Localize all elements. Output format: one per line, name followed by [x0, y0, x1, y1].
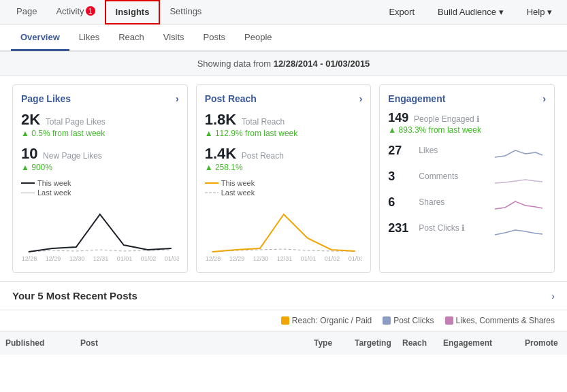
nav-insights[interactable]: Insights: [105, 0, 161, 24]
sub-nav: Overview Likes Reach Visits Posts People: [0, 24, 567, 52]
reach-swatch: [281, 316, 289, 325]
engagement-title: Engagement ›: [388, 93, 546, 104]
likes-comments-legend-item: Likes, Comments & Shares: [445, 316, 555, 325]
likes-comments-swatch: [445, 316, 453, 325]
date-bar: Showing data from 12/28/2014 - 01/03/201…: [0, 52, 567, 76]
page-likes-legend: This week Last week: [21, 179, 179, 197]
table-header: Published Post Type Targeting Reach Enga…: [0, 331, 567, 355]
new-page-likes-section: 10 New Page Likes ▲ 900%: [21, 145, 179, 172]
subnav-reach[interactable]: Reach: [109, 25, 154, 51]
new-likes-num: 10: [21, 145, 37, 162]
reach-legend-item: Reach: Organic / Paid: [281, 316, 372, 325]
post-reach-chart: 12/28 12/29 12/30 12/31 01/01 01/02 01/0…: [205, 201, 363, 264]
shares-eng-row: 6 Shares: [388, 192, 546, 212]
th-reach: Reach: [397, 336, 438, 350]
post-clicks-legend-item: Post Clicks: [383, 316, 434, 325]
svg-text:12/29: 12/29: [229, 255, 245, 262]
svg-text:12/31: 12/31: [277, 255, 293, 262]
post-clicks-eng-num: 231: [388, 221, 419, 235]
svg-text:12/30: 12/30: [253, 255, 269, 262]
post-reach-legend: This week Last week: [205, 179, 363, 197]
likes-spark: [491, 140, 546, 161]
recent-posts-bar: Your 5 Most Recent Posts ›: [0, 281, 567, 310]
nav-page[interactable]: Page: [7, 0, 46, 24]
date-range: 12/28/2014 - 01/03/2015: [274, 59, 370, 69]
svg-text:12/31: 12/31: [93, 255, 109, 262]
post-clicks-swatch: [383, 316, 391, 325]
page-likes-chart: 12/28 12/29 12/30 12/31 01/01 01/02 01/0…: [21, 201, 179, 264]
total-reach-label: Total Reach: [242, 117, 285, 127]
svg-text:01/03: 01/03: [165, 255, 179, 262]
activity-badge: 1: [86, 6, 95, 16]
shares-spark: [491, 192, 546, 212]
th-targeting: Targeting: [349, 336, 397, 350]
comments-eng-label: Comments: [419, 172, 491, 181]
new-likes-label: New Page Likes: [43, 151, 102, 161]
shares-eng-num: 6: [388, 195, 419, 210]
post-clicks-spark: [491, 218, 546, 238]
svg-text:01/02: 01/02: [141, 255, 157, 262]
people-engaged-num: 149: [388, 111, 408, 125]
total-page-likes-section: 2K Total Page Likes ▲ 0.5% from last wee…: [21, 111, 179, 138]
th-promote: Promote: [519, 336, 567, 350]
post-reach-label: Post Reach: [242, 151, 284, 161]
top-nav: Page Activity 1 Insights Settings Export…: [0, 0, 567, 24]
subnav-likes[interactable]: Likes: [69, 25, 109, 51]
nav-activity[interactable]: Activity 1: [46, 0, 104, 24]
total-likes-label: Total Page Likes: [46, 117, 106, 127]
comments-spark: [491, 166, 546, 186]
svg-text:01/01: 01/01: [117, 255, 133, 262]
people-engaged-row: 149 People Engaged ℹ ▲ 893.3% from last …: [388, 111, 546, 135]
new-likes-change: ▲ 900%: [21, 163, 179, 172]
likes-eng-row: 27 Likes: [388, 140, 546, 161]
svg-text:12/29: 12/29: [46, 255, 61, 262]
this-week-dash: [21, 182, 35, 184]
engagement-chevron[interactable]: ›: [542, 93, 546, 104]
legend-bar: Reach: Organic / Paid Post Clicks Likes,…: [0, 310, 567, 331]
total-likes-change: ▲ 0.5% from last week: [21, 129, 179, 138]
svg-text:01/01: 01/01: [301, 255, 317, 262]
page-likes-chevron[interactable]: ›: [176, 93, 179, 104]
export-button[interactable]: Export: [380, 3, 423, 21]
post-reach-section: 1.4K Post Reach ▲ 258.1%: [205, 145, 363, 172]
total-reach-section: 1.8K Total Reach ▲ 112.9% from last week: [205, 111, 363, 138]
recent-posts-title: Your 5 Most Recent Posts: [12, 290, 137, 301]
build-audience-button[interactable]: Build Audience ▾: [430, 3, 512, 21]
subnav-overview[interactable]: Overview: [11, 25, 69, 51]
post-clicks-eng-label: Post Clicks ℹ: [419, 223, 491, 233]
total-likes-num: 2K: [21, 111, 40, 128]
svg-text:12/28: 12/28: [206, 255, 221, 262]
top-nav-right: Export Build Audience ▾ Help ▾: [380, 3, 560, 21]
th-engagement: Engagement: [438, 336, 519, 350]
shares-eng-label: Shares: [419, 197, 491, 207]
comments-eng-row: 3 Comments: [388, 166, 546, 186]
total-reach-num: 1.8K: [205, 111, 236, 128]
recent-posts-chevron[interactable]: ›: [551, 291, 555, 301]
subnav-people[interactable]: People: [235, 25, 281, 51]
post-clicks-eng-row: 231 Post Clicks ℹ: [388, 218, 546, 238]
post-reach-change: ▲ 258.1%: [205, 163, 363, 172]
nav-settings[interactable]: Settings: [160, 0, 211, 24]
post-reach-chevron[interactable]: ›: [359, 93, 363, 104]
th-published: Published: [0, 336, 75, 350]
total-reach-change: ▲ 112.9% from last week: [205, 129, 363, 138]
th-type: Type: [308, 336, 349, 350]
engagement-card: Engagement › 149 People Engaged ℹ ▲ 893.…: [379, 84, 555, 273]
page-likes-title: Page Likes ›: [21, 93, 179, 104]
svg-text:12/28: 12/28: [22, 255, 37, 262]
likes-eng-num: 27: [388, 144, 419, 158]
likes-eng-label: Likes: [419, 146, 491, 155]
svg-text:12/30: 12/30: [69, 255, 85, 262]
svg-text:01/03: 01/03: [349, 255, 363, 262]
last-week-dash: [21, 193, 35, 193]
post-reach-num: 1.4K: [205, 145, 236, 162]
svg-text:01/02: 01/02: [325, 255, 340, 262]
help-button[interactable]: Help ▾: [519, 3, 560, 21]
comments-eng-num: 3: [388, 169, 419, 184]
post-reach-card: Post Reach › 1.8K Total Reach ▲ 112.9% f…: [196, 84, 372, 273]
post-reach-title: Post Reach ›: [205, 93, 363, 104]
subnav-posts[interactable]: Posts: [194, 25, 236, 51]
page-likes-card: Page Likes › 2K Total Page Likes ▲ 0.5% …: [12, 84, 188, 273]
subnav-visits[interactable]: Visits: [154, 25, 194, 51]
th-post: Post: [75, 336, 308, 350]
